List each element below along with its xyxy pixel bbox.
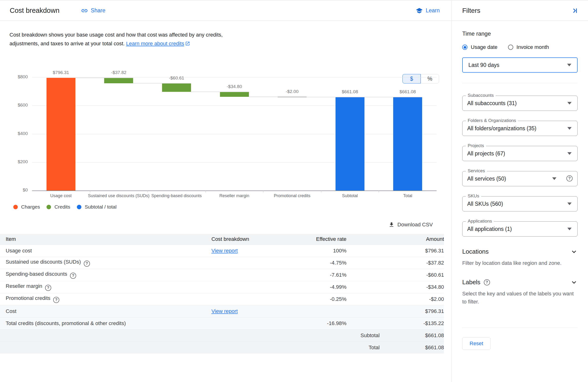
- gridline: [32, 106, 437, 106]
- y-axis-label: $800: [9, 74, 28, 80]
- labels-description: Select the key and values of the labels …: [462, 290, 578, 306]
- filters-title: Filters: [462, 7, 480, 15]
- legend-item: Credits: [46, 204, 70, 210]
- bar-value-label: $661.08: [372, 89, 443, 94]
- x-axis-tick: [206, 191, 206, 192]
- table-row-total: Total$661.08: [0, 341, 444, 354]
- collapse-panel-icon[interactable]: [571, 7, 579, 15]
- waterfall-connector: [249, 97, 307, 97]
- help-icon[interactable]: ?: [45, 285, 51, 291]
- page-header: Cost breakdown Share Learn: [0, 0, 452, 21]
- col-cost-breakdown: Cost breakdown: [211, 234, 283, 245]
- x-axis-tick: [147, 191, 148, 192]
- waterfall-connector: [364, 97, 422, 97]
- table-row: Spending-based discounts? -7.61% -$60.61: [0, 269, 444, 281]
- total-label: Total: [369, 344, 380, 351]
- chevron-down-icon: [570, 248, 578, 255]
- bar-value-label: -$34.80: [199, 84, 270, 89]
- download-csv-button[interactable]: Download CSV: [388, 222, 433, 228]
- description-text: Cost breakdown shows your base usage cos…: [9, 32, 223, 46]
- y-axis-label: $400: [9, 131, 28, 136]
- col-amount: Amount: [346, 234, 444, 245]
- labels-section-toggle[interactable]: Labels?: [462, 278, 578, 286]
- help-icon[interactable]: ?: [567, 175, 573, 182]
- table-row: Usage cost View report 100% $796.31: [0, 245, 444, 257]
- services-field[interactable]: Services All services (50) ?: [462, 171, 578, 186]
- time-range-select[interactable]: Last 90 days: [462, 57, 578, 73]
- waterfall-connector: [75, 78, 133, 78]
- chart-bar-3[interactable]: [162, 83, 191, 92]
- divider: [462, 328, 578, 328]
- y-axis-label: $600: [9, 103, 28, 108]
- learn-button[interactable]: Learn: [416, 7, 440, 14]
- learn-more-credits-link[interactable]: Learn more about credits: [126, 41, 190, 46]
- chart-bar-6[interactable]: [336, 97, 364, 191]
- page-title: Cost breakdown: [10, 7, 60, 15]
- chart-legend: ChargesCreditsSubtotal / total: [13, 204, 452, 210]
- legend-label: Subtotal / total: [85, 204, 117, 210]
- skus-field[interactable]: SKUs All SKUs (560): [462, 196, 578, 212]
- x-axis-tick: [379, 191, 379, 192]
- x-axis-label: Total: [372, 193, 443, 198]
- labels-heading: Labels: [462, 278, 481, 286]
- share-button[interactable]: Share: [81, 7, 105, 14]
- view-report-link[interactable]: View report: [211, 308, 238, 314]
- reset-button[interactable]: Reset: [462, 337, 490, 350]
- chevron-down-icon: [567, 64, 571, 66]
- table-row: Sustained use discounts (SUDs)? -4.75% -…: [0, 257, 444, 269]
- time-range-heading: Time range: [462, 30, 578, 37]
- bar-value-label: -$37.82: [83, 70, 154, 75]
- x-axis-tick: [263, 191, 263, 192]
- gridline: [32, 191, 437, 191]
- total-amount: $661.08: [380, 344, 444, 351]
- waterfall-connector: [307, 97, 364, 97]
- legend-item: Charges: [13, 204, 40, 210]
- subaccounts-field[interactable]: Subaccounts All subaccounts (31): [462, 96, 578, 111]
- applications-field[interactable]: Applications All applications (1): [462, 221, 578, 236]
- x-axis-tick: [321, 191, 321, 192]
- table-row: Reseller margin? -4.99% -$34.80: [0, 281, 444, 293]
- view-report-link[interactable]: View report: [211, 248, 238, 254]
- chevron-down-icon: [567, 102, 572, 105]
- help-icon[interactable]: ?: [53, 297, 59, 303]
- download-row: Download CSV: [9, 222, 433, 228]
- chevron-down-icon: [567, 203, 572, 205]
- help-icon[interactable]: ?: [70, 273, 76, 279]
- chevron-down-icon: [567, 127, 572, 130]
- chart-bar-1[interactable]: [46, 78, 75, 191]
- gridline: [32, 162, 437, 163]
- legend-dot: [13, 205, 18, 209]
- app: Cost breakdown Share Learn Cost breakdow…: [0, 0, 588, 382]
- locations-section-toggle[interactable]: Locations: [462, 248, 578, 255]
- help-icon[interactable]: ?: [484, 279, 490, 285]
- radio-unselected-icon: [508, 45, 513, 50]
- table-row-cost: Cost View report $796.31: [0, 305, 444, 317]
- divider: [462, 83, 578, 83]
- help-icon[interactable]: ?: [84, 260, 90, 267]
- legend-label: Credits: [54, 204, 70, 210]
- radio-usage-date[interactable]: Usage date: [462, 44, 498, 50]
- table-header-row: Item Cost breakdown Effective rate Amoun…: [0, 234, 444, 245]
- filters-body: Time range Usage date Invoice month Last…: [452, 30, 588, 350]
- chart-bar-4[interactable]: [220, 92, 249, 97]
- subtotal-label: Subtotal: [360, 332, 380, 339]
- share-label: Share: [91, 7, 105, 14]
- legend-dot: [46, 205, 51, 209]
- col-item: Item: [0, 234, 211, 245]
- y-axis-label: $200: [9, 159, 28, 164]
- bar-value-label: -$60.61: [141, 75, 212, 81]
- x-axis-tick: [90, 191, 90, 192]
- chart-bar-2[interactable]: [104, 78, 133, 83]
- chevron-down-icon: [552, 177, 556, 180]
- projects-field[interactable]: Projects All projects (67): [462, 146, 578, 161]
- waterfall-connector: [133, 83, 191, 84]
- col-effective-rate: Effective rate: [283, 234, 346, 245]
- chart-bar-7[interactable]: [393, 97, 422, 191]
- folders-organizations-field[interactable]: Folders & Organizations All folders/orga…: [462, 121, 578, 136]
- radio-invoice-month[interactable]: Invoice month: [508, 44, 549, 50]
- table-row-total-credits: Total credits (discounts, promotional & …: [0, 317, 444, 329]
- legend-label: Charges: [21, 204, 40, 210]
- main-panel: Cost breakdown Share Learn Cost breakdow…: [0, 0, 452, 382]
- chevron-down-icon: [567, 228, 572, 230]
- page-description: Cost breakdown shows your base usage cos…: [9, 30, 224, 48]
